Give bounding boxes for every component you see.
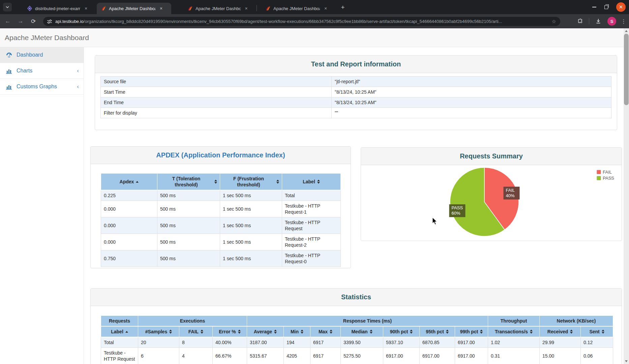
tab-jmeter-dashboard-2[interactable]: Apache JMeter Dashboa × [183, 3, 252, 14]
column-header-max[interactable]: Max [310, 326, 341, 337]
stat-average: 5315.67 [247, 348, 284, 364]
requests-pie: FAIL40%PASS60% [449, 166, 520, 237]
panel-body: Requests Executions Response Times (ms) … [91, 306, 622, 364]
info-label: Source file [101, 77, 332, 87]
statistics-panel: Statistics Requests Executions Response … [90, 288, 622, 364]
svg-text:40%: 40% [506, 193, 515, 198]
forward-button[interactable]: → [16, 16, 26, 26]
column-header-90pct[interactable]: 90th pct [383, 326, 420, 337]
tab-distributed-jmeter[interactable]: distributed-jmeter-exam × [23, 3, 92, 14]
frustration-value: 1 sec 500 ms [220, 217, 282, 234]
tab-close-icon[interactable]: × [83, 5, 89, 11]
column-header-received[interactable]: Received [540, 326, 581, 337]
stat-label: Total [101, 337, 138, 348]
scrollbar-thumb[interactable] [624, 34, 629, 105]
reload-button[interactable]: ⟳ [28, 16, 38, 26]
group-executions: Executions [138, 316, 247, 327]
profile-avatar[interactable]: S [607, 17, 616, 26]
info-value: "" [332, 108, 611, 118]
frustration-value: 1 sec 500 ms [220, 234, 282, 250]
stat-max: 6917 [310, 337, 341, 348]
column-header-95pct[interactable]: 95th pct [420, 326, 455, 337]
sort-icon [446, 330, 449, 334]
stat-99pct: 6917.00 [455, 348, 488, 364]
scrollbar-up-arrow[interactable] [625, 30, 628, 32]
column-header-error[interactable]: Error % [213, 326, 247, 337]
column-header-min[interactable]: Min [284, 326, 310, 337]
tab-jmeter-dashboard-3[interactable]: Apache JMeter Dashboa × [261, 3, 332, 14]
sort-icon [602, 330, 604, 334]
back-button[interactable]: ← [3, 16, 13, 26]
new-tab-button[interactable]: + [338, 3, 347, 12]
browser-menu-icon[interactable]: ⋮ [621, 18, 626, 25]
panel-title: Test and Report information [311, 60, 401, 68]
table-row: Start Time "8/13/24, 10:25 AM" [101, 87, 611, 97]
sidebar-item-label: Customs Graphs [17, 84, 77, 90]
legend-swatch [597, 170, 601, 174]
sidebar-item-customs-graphs[interactable]: Customs Graphs ‹ [0, 79, 84, 95]
url-text: api.testkube.io/organizations/tkcorg_b8d… [55, 19, 549, 24]
column-header-label[interactable]: Label [101, 326, 138, 337]
window-minimize-button[interactable] [592, 7, 596, 7]
downloads-icon[interactable] [594, 17, 603, 26]
stat-90pct: 6917.00 [383, 348, 420, 364]
sort-asc-icon [125, 331, 128, 333]
stat-error: 66.67% [213, 348, 247, 364]
panel-heading: Requests Summary [361, 148, 622, 165]
url-path: /organizations/tkcorg_b8ddc820d4919590/e… [84, 19, 502, 24]
sort-icon [276, 180, 279, 184]
column-header-toleration[interactable]: T (Toleration threshold) [157, 174, 220, 190]
page-header: Apache JMeter Dashboard [0, 28, 629, 47]
column-header-transactions[interactable]: Transactions/s [488, 326, 540, 337]
svg-text:60%: 60% [451, 211, 460, 216]
column-header-samples[interactable]: #Samples [138, 326, 179, 337]
tab-jmeter-dashboard-active[interactable]: Apache JMeter Dashboa × [97, 3, 171, 14]
stat-median: 3399.50 [341, 337, 383, 348]
window-close-button[interactable]: ✕ [616, 2, 626, 12]
label-value: Testkube - HTTP Request-2 [282, 234, 341, 250]
column-header-average[interactable]: Average [247, 326, 284, 337]
sort-icon [274, 330, 277, 334]
column-header-fail[interactable]: FAIL [179, 326, 213, 337]
tab-title: Apache JMeter Dashboa [196, 6, 241, 11]
sidebar-item-dashboard[interactable]: Dashboard [0, 47, 84, 63]
sidebar-item-charts[interactable]: Charts ‹ [0, 63, 84, 79]
column-header-median[interactable]: Median [341, 326, 383, 337]
tab-search-button[interactable] [3, 3, 12, 11]
column-header-frustration[interactable]: F (Frustration threshold) [220, 174, 282, 190]
group-requests: Requests [101, 316, 138, 327]
apdex-value: 0.000 [101, 234, 157, 250]
bookmark-star-icon[interactable]: ☆ [552, 19, 556, 25]
info-value: "8/13/24, 10:25 AM" [332, 97, 611, 108]
jmeter-favicon-icon [101, 6, 106, 11]
table-row: Filter for display "" [101, 108, 611, 118]
stat-received: 29.99 [540, 337, 581, 348]
info-value: "8/13/24, 10:25 AM" [332, 87, 611, 97]
navbar-right-icons: S ⋮ [575, 14, 626, 28]
sort-icon [317, 180, 320, 184]
column-header-99pct[interactable]: 99th pct [455, 326, 488, 337]
column-header-row: Label #Samples FAIL Error % Average Min … [101, 326, 613, 337]
stat-95pct: 6870.85 [420, 337, 455, 348]
column-header-label[interactable]: Label [282, 174, 341, 190]
address-bar[interactable]: api.testkube.io/organizations/tkcorg_b8d… [43, 17, 560, 26]
column-header-sent[interactable]: Sent [581, 326, 613, 337]
sort-asc-icon [136, 181, 139, 183]
label-value: Testkube - HTTP Request-0 [282, 250, 341, 267]
toleration-value: 500 ms [157, 190, 220, 201]
tab-close-icon[interactable]: × [323, 5, 329, 11]
table-row: Testkube - HTTP Request 6 4 66.67% 5315.… [101, 348, 613, 364]
extensions-icon[interactable] [575, 17, 584, 26]
vertical-scrollbar[interactable] [624, 28, 629, 364]
tab-title: Apache JMeter Dashboa [109, 6, 155, 11]
chevron-left-icon: ‹ [77, 67, 79, 74]
tab-close-icon[interactable]: × [243, 5, 249, 11]
column-header-apdex[interactable]: Apdex [101, 174, 157, 190]
diamond-favicon-icon [27, 6, 32, 11]
window-restore-button[interactable] [604, 5, 608, 9]
info-label: Start Time [101, 87, 332, 97]
legend-label: FAIL [603, 170, 612, 175]
gauge-icon [6, 52, 12, 58]
tab-close-icon[interactable]: × [158, 5, 164, 11]
scrollbar-down-arrow[interactable] [625, 360, 628, 362]
